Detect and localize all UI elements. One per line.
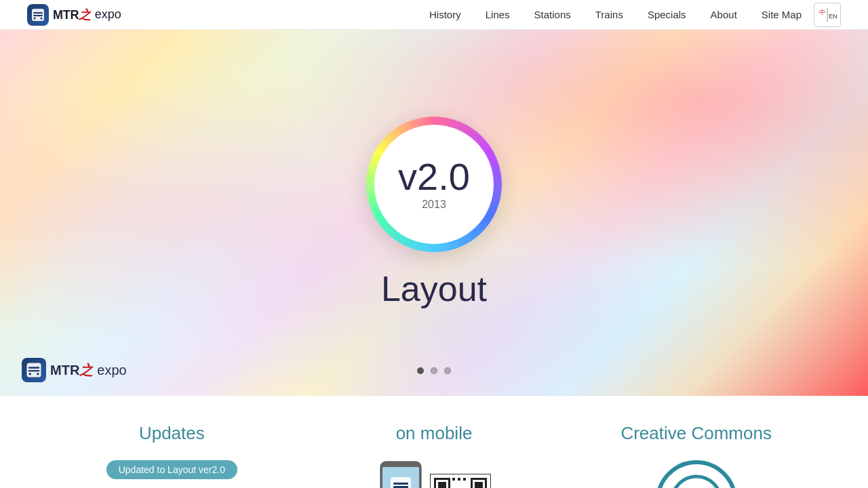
svg-rect-33: [463, 478, 466, 481]
nav-sitemap[interactable]: Site Map: [749, 0, 814, 30]
svg-point-55: [672, 476, 721, 488]
bottom-section: Updates Updated to Layout ver2.0 on mobi…: [0, 396, 868, 488]
logo-mtr: MTR之: [53, 7, 91, 23]
logo-expo: expo: [95, 7, 121, 22]
cc-icon: cc: [656, 460, 737, 488]
logo-icon: [27, 4, 49, 26]
svg-text:中: 中: [819, 9, 825, 16]
svg-rect-1: [33, 12, 43, 14]
nav-trains[interactable]: Trains: [583, 0, 635, 30]
mobile-illustration: [377, 460, 491, 488]
carousel-dots: [417, 367, 451, 374]
hero-logo-expo: expo: [97, 363, 126, 378]
nav-about[interactable]: About: [698, 0, 749, 30]
svg-point-11: [28, 373, 31, 375]
svg-text:EN: EN: [829, 13, 837, 20]
cc-title: Creative Commons: [620, 423, 772, 444]
svg-rect-16: [393, 483, 408, 485]
version-circle: v2.0 2013: [366, 117, 502, 252]
updates-column: Updates Updated to Layout ver2.0: [41, 423, 303, 488]
svg-rect-24: [438, 482, 446, 488]
svg-rect-27: [475, 482, 483, 488]
hero-title: Layout: [381, 268, 487, 309]
svg-rect-10: [28, 370, 39, 371]
svg-point-12: [37, 373, 39, 375]
carousel-dot-2[interactable]: [431, 367, 437, 374]
main-nav: History Lines Stations Trains Specials A…: [417, 0, 841, 30]
update-badge[interactable]: Updated to Layout ver2.0: [106, 460, 237, 479]
svg-rect-31: [452, 478, 455, 481]
svg-rect-9: [28, 367, 39, 368]
logo-link[interactable]: MTR之 expo: [27, 4, 121, 26]
lang-toggle[interactable]: 中 EN: [814, 3, 841, 27]
hero-logo-icon: [22, 358, 46, 382]
navbar: MTR之 expo History Lines Stations Trains …: [0, 0, 868, 30]
cc-column: Creative Commons cc: [565, 423, 827, 488]
svg-rect-32: [458, 478, 460, 481]
carousel-dot-3[interactable]: [444, 367, 451, 374]
hero-logo: MTR之 expo: [22, 358, 127, 382]
svg-rect-2: [33, 15, 43, 16]
nav-stations[interactable]: Stations: [522, 0, 583, 30]
svg-point-3: [34, 17, 36, 19]
qr-code: [430, 474, 491, 488]
mobile-title: on mobile: [396, 423, 473, 444]
mobile-column: on mobile: [303, 423, 566, 488]
version-circle-outer: v2.0 2013: [366, 117, 502, 252]
version-number: v2.0: [398, 158, 470, 196]
hero-logo-text: MTR之: [50, 361, 93, 380]
svg-point-4: [41, 17, 43, 19]
nav-lines[interactable]: Lines: [473, 0, 522, 30]
nav-history[interactable]: History: [417, 0, 473, 30]
version-circle-inner: v2.0 2013: [374, 125, 494, 244]
version-year: 2013: [422, 199, 446, 211]
cc-svg: cc: [669, 474, 724, 488]
logo-zh: 之: [79, 8, 91, 22]
hero-section: v2.0 2013 Layout MTR之 expo: [0, 30, 868, 396]
nav-specials[interactable]: Specials: [635, 0, 698, 30]
carousel-dot-1[interactable]: [417, 367, 424, 374]
updates-title: Updates: [139, 423, 205, 444]
phone-icon: [377, 460, 425, 488]
